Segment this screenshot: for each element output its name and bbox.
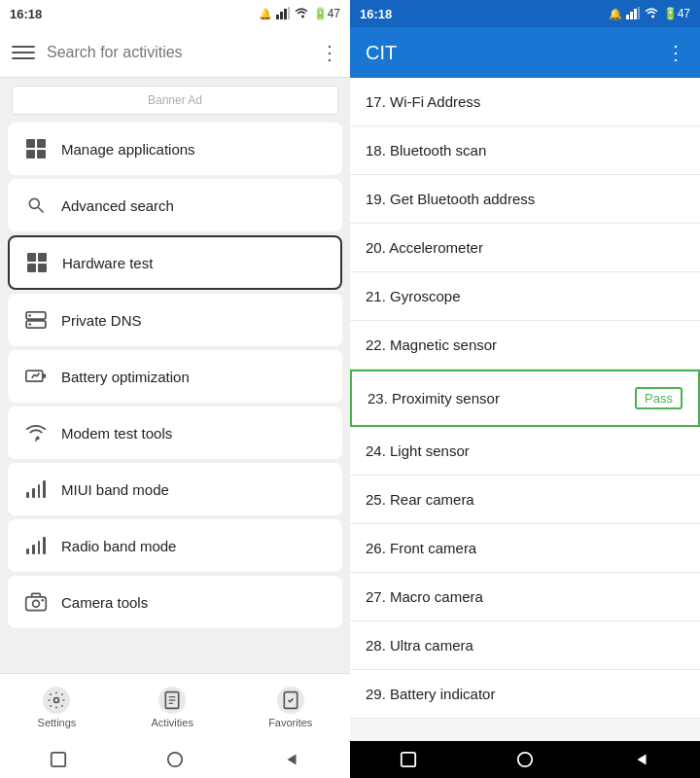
menu-label-hardware-test: Hardware test [62,255,153,271]
svg-marker-34 [638,755,647,765]
dns-icon [24,308,48,332]
notification-icon-right: 🔔 [609,8,622,20]
nav-favorites[interactable]: Favorites [268,687,312,728]
cit-item-22[interactable]: 22. Magnetic sensor [350,321,700,370]
cit-label-19: 19. Get Bluetooth address [366,191,535,207]
menu-item-modem-test-tools[interactable]: Modem test tools [8,407,342,459]
sys-nav-right [350,741,700,778]
search-bar: ⋮ [0,27,350,78]
cit-item-19[interactable]: 19. Get Bluetooth address [350,175,700,224]
svg-rect-30 [634,9,637,19]
cit-item-23[interactable]: 23. Proximity sensor Pass [350,370,700,427]
bottom-nav-left: Settings Activities Favorites [0,673,350,741]
cit-item-25[interactable]: 25. Rear camera [350,476,700,524]
svg-rect-2 [284,9,287,19]
svg-line-14 [37,373,40,376]
cit-label-27: 27. Macro camera [366,588,483,605]
svg-point-9 [28,323,31,326]
svg-rect-28 [626,15,629,19]
cit-label-17: 17. Wi-Fi Address [366,93,480,110]
bars-icon-miui [24,477,48,501]
recents-button-left[interactable] [49,750,68,769]
wifi-icon-modem [24,421,48,444]
svg-point-17 [33,600,40,607]
svg-point-18 [42,599,45,602]
cit-item-18[interactable]: 18. Bluetooth scan [350,126,700,175]
svg-line-12 [32,374,35,377]
svg-line-5 [39,208,44,213]
grid-icon-manage [24,137,48,160]
search-input[interactable] [47,44,308,61]
banner-ad: Banner Ad [12,86,338,115]
more-options-right[interactable]: ⋮ [666,41,684,64]
cit-item-28[interactable]: 28. Ultra camera [350,621,700,670]
svg-point-19 [54,698,59,703]
back-button-left[interactable] [282,750,301,769]
nav-settings-label: Settings [38,717,77,728]
menu-item-private-dns[interactable]: Private DNS [8,294,342,346]
home-button-right[interactable] [515,750,535,769]
recents-button-right[interactable] [399,750,418,769]
grid-icon-hardware [25,251,49,274]
cit-item-29[interactable]: 29. Battery indicator [350,670,700,719]
menu-label-radio-band-mode: Radio band mode [61,538,176,554]
cit-item-20[interactable]: 20. Accelerometer [350,224,700,272]
battery-icon-left: 🔋47 [313,7,340,20]
camera-icon [24,590,48,614]
cit-item-17[interactable]: 17. Wi-Fi Address [350,78,700,126]
menu-item-advanced-search[interactable]: Advanced search [8,179,342,231]
svg-rect-16 [26,597,47,611]
svg-rect-31 [638,7,640,19]
sys-nav-left [0,741,350,778]
menu-item-manage-apps[interactable]: Manage applications [8,123,342,175]
menu-label-camera-tools: Camera tools [61,594,148,611]
status-icons-right: 🔔 🔋47 [609,7,690,20]
signal-icon [276,7,290,20]
notification-icon: 🔔 [259,8,272,20]
app-header: CIT ⋮ [350,27,700,78]
status-icons-left: 🔔 🔋47 [259,7,340,20]
search-icon [24,194,48,217]
time-right: 16:18 [360,7,392,21]
cit-label-28: 28. Ultra camera [366,637,473,654]
cit-label-21: 21. Gyroscope [366,288,461,304]
cit-label-26: 26. Front camera [366,540,476,556]
app-title: CIT [366,42,397,64]
menu-item-radio-band-mode[interactable]: Radio band mode [8,519,342,572]
right-panel: 16:18 🔔 🔋47 CIT ⋮ 17. Wi-Fi Address [350,0,700,778]
cit-label-20: 20. Accelerometer [366,239,483,256]
cit-item-27[interactable]: 27. Macro camera [350,573,700,621]
favorites-icon [277,687,304,714]
menu-item-miui-band-mode[interactable]: MIUI band mode [8,463,342,515]
menu-label-manage-apps: Manage applications [61,141,195,158]
home-button-left[interactable] [165,750,185,769]
status-bar-right: 16:18 🔔 🔋47 [350,0,700,27]
battery-icon-right: 🔋47 [663,7,690,20]
menu-list: Manage applications Advanced search [0,123,350,673]
svg-rect-3 [288,7,290,19]
menu-item-battery-optimization[interactable]: Battery optimization [8,350,342,403]
time-left: 16:18 [10,7,42,21]
cit-item-24[interactable]: 24. Light sensor [350,427,700,476]
hamburger-menu[interactable] [12,41,35,64]
svg-rect-0 [276,15,279,19]
pass-badge-23: Pass [635,387,682,409]
more-options-left[interactable]: ⋮ [320,41,338,64]
cit-label-18: 18. Bluetooth scan [366,142,486,159]
cit-item-26[interactable]: 26. Front camera [350,524,700,573]
wifi-icon-left [294,8,309,19]
gear-icon [43,687,70,714]
svg-point-8 [28,314,31,317]
menu-item-camera-tools[interactable]: Camera tools [8,576,342,628]
menu-label-battery-optimization: Battery optimization [61,369,190,385]
svg-rect-29 [630,12,633,19]
menu-label-advanced-search: Advanced search [61,197,174,214]
cit-label-24: 24. Light sensor [366,442,470,459]
menu-item-hardware-test[interactable]: Hardware test [8,235,342,290]
back-button-right[interactable] [632,750,651,769]
nav-activities[interactable]: Activities [152,687,193,728]
activities-icon [158,687,186,714]
nav-settings[interactable]: Settings [38,687,77,728]
cit-item-21[interactable]: 21. Gyroscope [350,272,700,321]
svg-point-33 [518,753,532,766]
